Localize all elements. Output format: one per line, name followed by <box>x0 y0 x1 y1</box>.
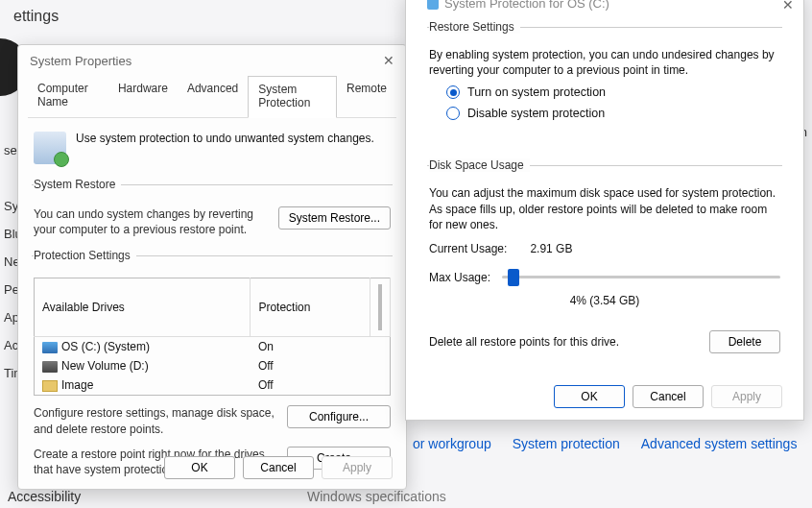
cancel-button[interactable]: Cancel <box>243 456 314 479</box>
restore-intro: By enabling system protection, you can u… <box>429 47 780 78</box>
tab-bar: Computer Name Hardware Advanced System P… <box>28 76 396 118</box>
bg-windows-specs: Windows specifications <box>307 489 446 504</box>
system-restore-group: System Restore You can undo system chang… <box>32 178 393 241</box>
link-system-protection[interactable]: System protection <box>513 436 620 451</box>
current-usage-value: 2.91 GB <box>530 242 572 255</box>
drive-status: On <box>251 337 370 357</box>
bg-settings-heading: ettings <box>0 0 72 33</box>
drive-icon <box>42 380 58 392</box>
shield-mini-icon <box>427 0 439 10</box>
radio-label: Disable system protection <box>467 107 605 120</box>
intro-text: Use system protection to undo unwanted s… <box>76 132 374 145</box>
restore-shield-icon <box>34 132 66 164</box>
slider-thumb-icon[interactable] <box>508 269 519 286</box>
radio-icon <box>446 85 460 99</box>
drive-status: Off <box>251 375 370 396</box>
drive-label: OS (C:) (System) <box>61 340 150 353</box>
ok-button[interactable]: OK <box>554 385 625 408</box>
tab-computer-name[interactable]: Computer Name <box>28 76 108 117</box>
group-legend: Protection Settings <box>34 249 136 262</box>
current-usage-label: Current Usage: <box>429 242 507 255</box>
radio-label: Turn on system protection <box>467 85 606 99</box>
radio-turn-on[interactable]: Turn on system protection <box>446 85 780 99</box>
configure-button[interactable]: Configure... <box>287 405 391 428</box>
disk-intro: You can adjust the maximum disk space us… <box>429 185 780 232</box>
delete-text: Delete all restore points for this drive… <box>429 335 619 349</box>
table-row[interactable]: OS (C:) (System) On <box>35 337 391 357</box>
dialog-title: System Protection for OS (C:) <box>444 0 609 11</box>
link-advanced-settings[interactable]: Advanced system settings <box>641 436 798 451</box>
link-workgroup[interactable]: or workgroup <box>413 436 491 451</box>
tab-system-protection[interactable]: System Protection <box>248 76 337 118</box>
col-available-drives[interactable]: Available Drives <box>35 278 251 337</box>
apply-button: Apply <box>711 385 782 408</box>
tab-advanced[interactable]: Advanced <box>178 76 248 117</box>
tab-hardware[interactable]: Hardware <box>108 76 178 117</box>
close-icon[interactable]: ✕ <box>782 0 794 12</box>
dialog-title: System Properties <box>30 54 131 68</box>
disk-space-group: Disk Space Usage You can adjust the maxi… <box>427 158 782 357</box>
max-usage-label: Max Usage: <box>429 271 490 284</box>
col-protection[interactable]: Protection <box>251 278 370 337</box>
drive-icon <box>42 342 58 353</box>
cancel-button[interactable]: Cancel <box>633 385 704 408</box>
radio-icon <box>446 107 460 120</box>
max-usage-slider[interactable] <box>502 276 780 278</box>
tab-remote[interactable]: Remote <box>337 76 396 117</box>
table-scrollbar[interactable] <box>370 278 391 337</box>
group-legend: Restore Settings <box>429 20 520 34</box>
ok-button[interactable]: OK <box>164 456 235 479</box>
drive-label: New Volume (D:) <box>61 359 149 373</box>
drive-status: Off <box>251 356 370 375</box>
system-properties-dialog: System Properties ✕ Computer Name Hardwa… <box>17 44 407 490</box>
bg-accessibility[interactable]: Accessibility <box>8 489 81 504</box>
close-icon[interactable]: ✕ <box>383 53 394 68</box>
drives-table[interactable]: Available Drives Protection OS (C:) (Sys… <box>34 278 391 396</box>
protection-settings-group: Protection Settings Available Drives Pro… <box>32 249 393 481</box>
restore-settings-group: Restore Settings By enabling system prot… <box>427 20 782 132</box>
drive-icon <box>42 361 58 373</box>
apply-button: Apply <box>322 456 393 479</box>
drive-label: Image <box>61 378 93 392</box>
table-row[interactable]: Image Off <box>35 375 391 396</box>
restore-text: You can undo system changes by reverting… <box>34 206 269 237</box>
group-legend: Disk Space Usage <box>429 158 530 172</box>
group-legend: System Restore <box>34 178 121 191</box>
slider-value-display: 4% (3.54 GB) <box>429 294 780 307</box>
system-restore-button[interactable]: System Restore... <box>278 206 391 230</box>
delete-button[interactable]: Delete <box>709 330 780 353</box>
table-row[interactable]: New Volume (D:) Off <box>35 356 391 375</box>
radio-disable[interactable]: Disable system protection <box>446 107 780 120</box>
system-protection-drive-dialog: System Protection for OS (C:) ✕ Restore … <box>405 0 804 421</box>
configure-text: Configure restore settings, manage disk … <box>34 405 277 436</box>
